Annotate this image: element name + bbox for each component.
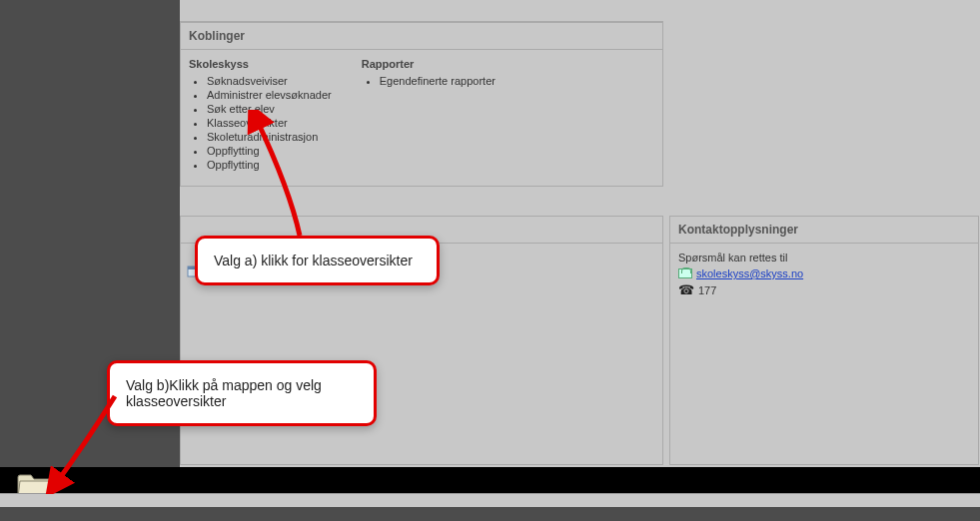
callout-a: Valg a) klikk for klasseoversikter bbox=[195, 236, 440, 285]
koblinger-title: Koblinger bbox=[181, 23, 662, 50]
top-panel-header bbox=[180, 0, 663, 22]
koblinger-panel: Koblinger Skoleskyss Søknadsveiviser Adm… bbox=[180, 22, 663, 187]
link-skoleturadministrasjon[interactable]: Skoleturadministrasjon bbox=[207, 130, 332, 144]
kontakt-title: Kontaktopplysninger bbox=[670, 217, 978, 244]
mail-icon bbox=[678, 268, 692, 278]
taskbar bbox=[0, 467, 980, 507]
link-oppflytting-1[interactable]: Oppflytting bbox=[207, 144, 332, 158]
callout-a-text: Valg a) klikk for klasseoversikter bbox=[214, 253, 413, 268]
koblinger-col-skoleskyss: Skoleskyss Søknadsveiviser Administrer e… bbox=[189, 58, 332, 172]
rapporter-heading: Rapporter bbox=[362, 58, 495, 70]
link-klasseoversikter[interactable]: Klasseoversikter bbox=[207, 116, 332, 130]
link-sok-etter-elev[interactable]: Søk etter elev bbox=[207, 102, 332, 116]
link-soknadsveiviser[interactable]: Søknadsveiviser bbox=[207, 74, 332, 88]
callout-b: Valg b)Klikk på mappen og velg klasseove… bbox=[107, 360, 377, 426]
kontakt-intro: Spørsmål kan rettes til bbox=[678, 252, 970, 263]
taskbar-bottom-stripe bbox=[0, 493, 980, 507]
phone-icon: ☎ bbox=[678, 283, 694, 296]
kontakt-panel: Kontaktopplysninger Spørsmål kan rettes … bbox=[669, 216, 979, 465]
koblinger-col-rapporter: Rapporter Egendefinerte rapporter bbox=[362, 58, 495, 172]
callout-b-text: Valg b)Klikk på mappen og velg klasseove… bbox=[126, 377, 322, 409]
link-egendefinerte-rapporter[interactable]: Egendefinerte rapporter bbox=[380, 74, 495, 88]
kontakt-phone: 177 bbox=[698, 284, 716, 296]
kontakt-email-link[interactable]: skoleskyss@skyss.no bbox=[696, 267, 803, 279]
skoleskyss-heading: Skoleskyss bbox=[189, 58, 332, 70]
link-administrer-elevsoknader[interactable]: Administrer elevsøknader bbox=[207, 88, 332, 102]
link-oppflytting-2[interactable]: Oppflytting bbox=[207, 158, 332, 172]
